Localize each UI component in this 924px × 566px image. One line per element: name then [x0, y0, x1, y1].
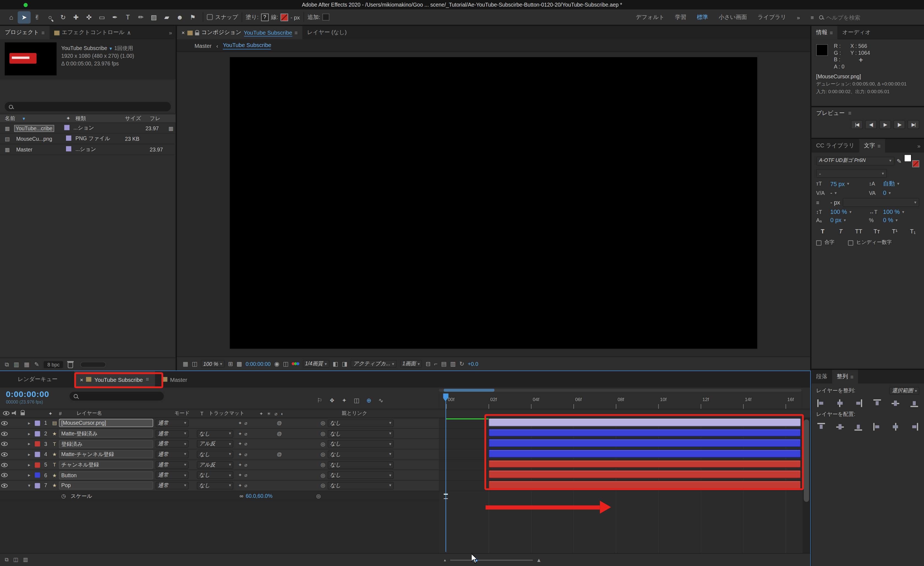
motion-blur-icon[interactable]: ⊕	[366, 397, 371, 404]
viewer-timecode[interactable]: 0:00:00:00	[246, 361, 271, 367]
draft-3d-icon[interactable]: ❖	[330, 397, 334, 404]
font-size-value[interactable]: 75 px	[830, 181, 844, 187]
ligatures-checkbox[interactable]	[816, 240, 821, 245]
project-table-row[interactable]: ▤MouseCu...png PNG ファイル 23 KB	[0, 133, 176, 144]
fill-swatch[interactable]: ?	[261, 13, 268, 21]
distribute-right-icon[interactable]	[910, 423, 918, 431]
align-vertical-center-icon[interactable]	[892, 400, 900, 407]
layer-row[interactable]: ▾ 7 ★ Pop 通常▾ なし▾ ✦⌀ @	[0, 481, 439, 491]
fill-stroke-swatches[interactable]	[904, 154, 920, 167]
usage-caret-icon[interactable]: ▼	[109, 46, 113, 51]
panel-menu-icon[interactable]: ≡	[848, 110, 851, 116]
active-comp-name[interactable]: YouTube Subscribe	[244, 29, 292, 36]
work-area-bar[interactable]	[439, 389, 801, 392]
mode-dropdown[interactable]: 通常▾	[156, 451, 189, 458]
label-chip[interactable]	[34, 473, 40, 478]
tab-timeline-comp[interactable]: × YouTube Subscribe ≡	[74, 371, 155, 388]
align-horizontal-center-icon[interactable]	[836, 400, 844, 407]
layer-switches[interactable]: ✦⌀	[234, 431, 275, 436]
current-timecode[interactable]: 0:00:00:00	[6, 389, 69, 398]
work-area-segment[interactable]	[444, 389, 495, 392]
pickwhip-icon[interactable]: ◎	[318, 472, 327, 478]
graph-editor-icon[interactable]: ∿	[378, 397, 383, 404]
project-table-header[interactable]: 名前▼ ✦ 種類 サイズ フレ	[0, 114, 176, 123]
twirl-icon[interactable]: ▸	[25, 462, 33, 467]
hindi-digits-checkbox[interactable]	[848, 240, 854, 245]
workspace-tab[interactable]: 学習	[670, 9, 692, 25]
trackmatte-dropdown[interactable]: アル反▾	[197, 461, 234, 469]
timeline-vertical-scrollbar[interactable]	[803, 418, 810, 553]
expand-layer-switches-icon[interactable]: ⧉	[4, 557, 9, 563]
zoom-slider[interactable]	[450, 559, 532, 560]
trackmatte-dropdown[interactable]: アル反▾	[197, 440, 234, 448]
workspace-tab[interactable]: デフォルト	[631, 9, 670, 25]
trackmatte-dropdown[interactable]: なし▾	[197, 482, 234, 490]
current-time-indicator-line[interactable]	[446, 398, 446, 552]
distribute-bottom-icon[interactable]	[855, 423, 862, 431]
mask-visibility-icon[interactable]: ▩	[237, 360, 242, 367]
layer-name[interactable]: チャンネル登録	[59, 461, 153, 469]
timeline-search-input[interactable]	[81, 393, 160, 399]
eye-icon[interactable]	[1, 431, 8, 436]
eye-icon[interactable]	[1, 473, 8, 477]
pickwhip-icon[interactable]: ◎	[314, 493, 323, 499]
property-row-scale[interactable]: ◷ スケール ∞ 60.0,60.0% ◎	[0, 491, 439, 501]
always-preview-icon[interactable]: ▦	[183, 360, 188, 367]
toolbar-tool[interactable]: ▭	[95, 11, 108, 23]
label-chip[interactable]	[66, 136, 71, 141]
constrain-icon[interactable]: ∞	[240, 493, 243, 499]
eyedropper-icon[interactable]: ✎	[897, 157, 902, 164]
trash-icon[interactable]	[68, 362, 73, 368]
expand-transfer-controls-icon[interactable]: ◫	[13, 557, 18, 563]
layer-name-column[interactable]: レイヤー名	[77, 410, 102, 417]
metrics-dropdown[interactable]: ▾	[843, 198, 920, 207]
workspace-tab[interactable]: 標準	[692, 9, 713, 25]
zoom-out-icon[interactable]: ▲	[443, 558, 447, 562]
layer-row[interactable]: ▸ 5 T チャンネル登録 通常▾ アル反▾ ✦⌀ @	[0, 460, 439, 470]
go-to-start-button[interactable]: |◀	[851, 120, 862, 129]
trackmatte-dropdown[interactable]: なし▾	[197, 472, 234, 479]
eye-icon[interactable]	[1, 442, 8, 446]
twirl-icon[interactable]: ▸	[25, 473, 33, 478]
channel-icon[interactable]	[292, 362, 299, 365]
layer-switches[interactable]: ✦⌀	[234, 483, 275, 488]
project-table-row[interactable]: ▦YouTube...cribe ...ション 23.97 ▦	[0, 123, 176, 134]
label-chip[interactable]	[34, 483, 40, 488]
show-snapshot-icon[interactable]: ◫	[283, 360, 288, 367]
layer-switches[interactable]: ✦⌀	[234, 441, 275, 446]
panel-menu-icon[interactable]: ≡	[294, 30, 297, 36]
parent-dropdown[interactable]: なし▾	[327, 440, 393, 448]
kerning-value[interactable]: -	[830, 190, 832, 196]
layer-duration-bar[interactable]	[488, 439, 801, 447]
toolbar-tool[interactable]: T	[121, 11, 134, 23]
new-folder-icon[interactable]: ▥	[14, 361, 19, 368]
composition-viewer[interactable]	[177, 52, 810, 356]
close-icon[interactable]: ×	[80, 376, 83, 383]
tab-character[interactable]: 文字 ≡	[859, 139, 885, 153]
exposure-value[interactable]: +0.0	[468, 361, 478, 367]
tab-overflow-icon[interactable]: »	[165, 26, 176, 39]
leading-value[interactable]: 自動	[883, 180, 895, 188]
pickwhip-icon[interactable]: ◎	[318, 462, 327, 467]
panel-menu-icon[interactable]: ≡	[42, 30, 45, 36]
layer-name[interactable]: [MouseCursor.png]	[59, 419, 153, 427]
align-bottom-icon[interactable]	[910, 400, 918, 407]
eye-icon[interactable]	[1, 463, 8, 467]
faux-italic-button[interactable]: T	[836, 228, 846, 235]
panel-menu-icon[interactable]: ≡	[146, 376, 149, 382]
go-to-end-button[interactable]: ▶|	[908, 120, 920, 129]
workspace-tab[interactable]: ライブラリ	[752, 9, 792, 25]
next-frame-button[interactable]: |▶	[894, 120, 905, 129]
breadcrumb-current[interactable]: YouTube Subscribe	[223, 42, 271, 49]
workspace-overflow[interactable]: »	[792, 9, 805, 25]
toolbar-tool[interactable]: ▨	[147, 11, 160, 23]
trackmatte-column[interactable]: トラックマット	[209, 410, 245, 417]
label-chip[interactable]	[66, 146, 71, 151]
layer-duration-bar[interactable]	[488, 418, 801, 426]
layer-name[interactable]: 登録済み	[59, 440, 153, 448]
previous-frame-button[interactable]: ◀|	[865, 120, 877, 129]
tab-render-queue[interactable]: レンダーキュー	[0, 371, 63, 388]
stroke-color-swatch[interactable]	[912, 160, 920, 168]
toolbar-tool[interactable]: ▰	[160, 11, 173, 23]
snapshot-icon[interactable]: ◉	[274, 360, 279, 367]
